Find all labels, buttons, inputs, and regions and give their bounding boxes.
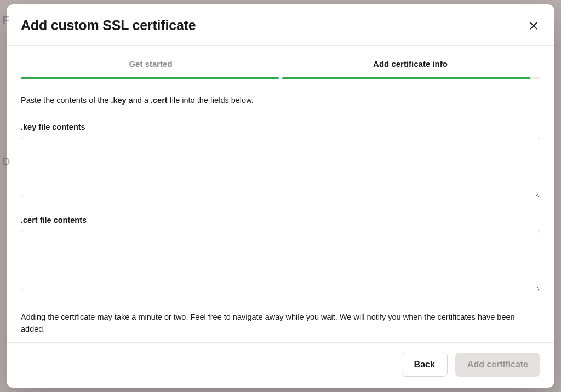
cert-file-label: .cert file contents	[21, 216, 540, 224]
instruction-mid: and a	[127, 96, 151, 105]
back-button[interactable]: Back	[402, 353, 448, 377]
modal-title: Add custom SSL certificate	[21, 18, 196, 33]
cert-file-textarea[interactable]	[21, 230, 540, 291]
instruction-key-ext: .key	[111, 96, 126, 105]
instruction-cert-ext: .cert	[151, 96, 168, 105]
cert-file-field: .cert file contents	[21, 216, 540, 293]
background-fragment: F	[2, 11, 9, 29]
key-file-label: .key file contents	[21, 123, 540, 131]
stepper-progress	[21, 77, 540, 79]
stepper: Get started Add certificate info	[21, 59, 540, 74]
modal-body: Get started Add certificate info Paste t…	[7, 46, 554, 342]
instruction-suffix: file into the fields below.	[168, 96, 254, 105]
progress-segment-1	[21, 77, 279, 79]
add-certificate-button[interactable]: Add certificate	[455, 353, 540, 377]
step-add-certificate-info[interactable]: Add certificate info	[280, 59, 540, 74]
instruction-text: Paste the contents of the .key and a .ce…	[21, 95, 540, 106]
instruction-prefix: Paste the contents of the	[21, 96, 111, 105]
modal-footer: Back Add certificate	[7, 342, 554, 388]
add-ssl-certificate-modal: Add custom SSL certificate Get started A…	[7, 4, 554, 388]
key-file-textarea[interactable]	[21, 137, 540, 198]
key-file-field: .key file contents	[21, 123, 540, 200]
background-fragment: D	[2, 153, 10, 170]
close-button[interactable]	[527, 19, 540, 32]
modal-header: Add custom SSL certificate	[7, 4, 554, 46]
progress-segment-2	[282, 77, 540, 79]
processing-note: Adding the certificate may take a minute…	[21, 311, 540, 336]
step-get-started[interactable]: Get started	[21, 59, 280, 74]
close-icon	[529, 21, 538, 30]
